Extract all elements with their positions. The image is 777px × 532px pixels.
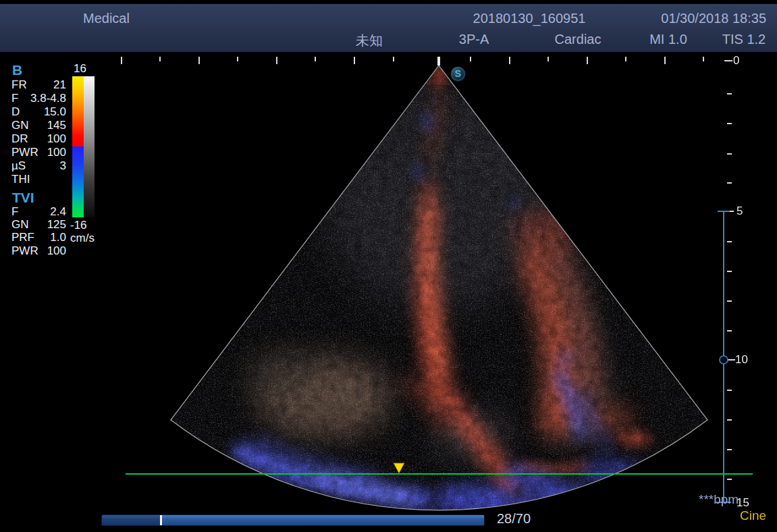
depth-label-10: 10 — [735, 353, 748, 367]
sector-interior — [115, 57, 722, 522]
depth-label-5: 5 — [736, 205, 743, 218]
ultrasound-sector-image — [0, 0, 777, 532]
focus-depth-marker[interactable] — [720, 356, 728, 364]
top-ruler — [121, 57, 704, 64]
cine-mode-label: Cine — [740, 508, 766, 523]
depth-label-0: 0 — [733, 54, 739, 68]
ultrasound-screen: Medical 20180130_160951 01/30/2018 18:35… — [0, 0, 777, 532]
depth-ruler — [724, 60, 735, 480]
apex-tick — [437, 57, 440, 65]
heart-rate-status: ***bpm — [699, 492, 739, 507]
probe-orientation-marker[interactable]: S — [451, 67, 465, 81]
